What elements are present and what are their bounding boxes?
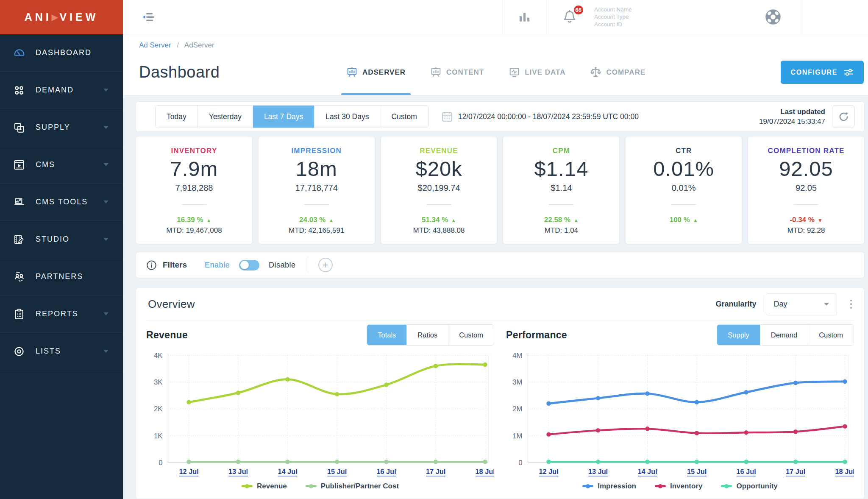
- chevron-down-icon: [103, 126, 108, 129]
- tab-adserver[interactable]: ADSERVER: [346, 50, 406, 95]
- svg-text:1M: 1M: [512, 432, 522, 440]
- sidebar-item-studio[interactable]: STUDIO: [0, 221, 123, 258]
- kpi-subvalue: $1.14: [551, 183, 572, 193]
- analytics-bars-icon[interactable]: [503, 0, 546, 34]
- tab-live-data[interactable]: LIVE DATA: [509, 50, 565, 95]
- kpi-mtd: MTD: 42,165,591: [289, 226, 344, 235]
- legend-revenue[interactable]: Revenue: [242, 482, 287, 491]
- calendar-icon[interactable]: [441, 111, 453, 123]
- filters-enable-label[interactable]: Enable: [205, 261, 230, 270]
- kpi-divider: [671, 204, 696, 205]
- sidebar-item-supply[interactable]: SUPPLY: [0, 109, 123, 146]
- sidebar-item-cms[interactable]: CMS: [0, 146, 123, 184]
- legend-impression[interactable]: Impression: [582, 482, 636, 491]
- kpi-change: 22.58 %▲: [544, 216, 579, 224]
- range-custom[interactable]: Custom: [380, 106, 428, 128]
- sidebar-item-label: STUDIO: [36, 235, 70, 244]
- configure-button[interactable]: CONFIGURE: [781, 61, 864, 84]
- chevron-down-icon: [103, 238, 108, 241]
- tab-compare[interactable]: COMPARE: [590, 50, 645, 95]
- range-yesterday[interactable]: Yesterday: [198, 106, 253, 128]
- sidebar-collapse-icon[interactable]: [142, 11, 156, 23]
- granularity-select[interactable]: Day: [766, 293, 837, 315]
- content: TodayYesterdayLast 7 DaysLast 30 DaysCus…: [123, 95, 868, 499]
- topbar-right: 66 Account Name Account Type Account ID: [502, 0, 868, 34]
- topbar-main: 66 Account Name Account Type Account ID: [123, 0, 868, 34]
- revenue-tab-ratios[interactable]: Ratios: [407, 325, 448, 345]
- add-filter-button[interactable]: +: [318, 258, 333, 272]
- kpi-value: 7.9m: [170, 157, 218, 181]
- kpi-change: 24.03 %▲: [299, 216, 334, 224]
- kpi-divider: [549, 204, 573, 205]
- notifications-bell-icon[interactable]: 66: [547, 0, 593, 34]
- chart-title: Revenue: [146, 329, 188, 341]
- sidebar-item-lists[interactable]: LISTS: [0, 333, 123, 370]
- account-info[interactable]: Account Name Account Type Account ID: [594, 6, 677, 28]
- kpi-mtd: MTD: 43,888.08: [413, 226, 465, 235]
- info-icon[interactable]: [146, 260, 157, 270]
- kpi-value: $1.14: [534, 157, 589, 181]
- kpi-change: 100 %▲: [670, 216, 698, 224]
- svg-text:1K: 1K: [154, 432, 163, 440]
- charts-row: RevenueTotalsRatiosCustom01K2K3K4K12 Jul…: [146, 321, 854, 499]
- breadcrumb: Ad Server / AdServer: [139, 34, 864, 50]
- sidebar-item-dashboard[interactable]: DASHBOARD: [0, 34, 123, 72]
- svg-text:2M: 2M: [512, 405, 522, 413]
- sliders-icon: [844, 68, 854, 76]
- partners-icon: [13, 270, 26, 283]
- svg-text:0: 0: [159, 459, 162, 467]
- legend-marker: [242, 485, 253, 487]
- legend-publisher-partner-cost[interactable]: Publisher/Partner Cost: [306, 482, 399, 491]
- range-last-7-days[interactable]: Last 7 Days: [253, 106, 314, 128]
- chevron-down-icon: [103, 201, 108, 204]
- overview-menu-kebab[interactable]: [848, 298, 854, 311]
- main: Ad Server / AdServer Dashboard ADSERVERC…: [123, 34, 868, 499]
- revenue-tab-custom[interactable]: Custom: [448, 325, 494, 345]
- legend-inventory[interactable]: Inventory: [655, 482, 703, 491]
- kpi-subvalue: 92.05: [796, 183, 817, 193]
- range-last-30-days[interactable]: Last 30 Days: [314, 106, 380, 128]
- revenue-tab-totals[interactable]: Totals: [367, 325, 407, 345]
- account-name: Account Name: [594, 6, 677, 14]
- tab-content[interactable]: CONTENT: [430, 50, 484, 95]
- sidebar-item-partners[interactable]: PARTNERS: [0, 258, 123, 295]
- granularity-label: Granularity: [715, 300, 756, 309]
- range-today[interactable]: Today: [156, 106, 198, 128]
- performance-tab-demand[interactable]: Demand: [760, 325, 808, 345]
- sidebar: DASHBOARDDEMANDSUPPLYCMSCMS TOOLSSTUDIOP…: [0, 34, 123, 499]
- topbar-endpad: [802, 0, 868, 34]
- sidebar-item-reports[interactable]: REPORTS: [0, 295, 123, 333]
- kpi-value: 0.01%: [653, 157, 714, 181]
- kpi-title: COMPLETION RATE: [768, 147, 845, 155]
- kpi-card-revenue: REVENUE$20k$20,199.7451.34 %▲MTD: 43,888…: [381, 136, 498, 244]
- kpi-card-impression: IMPRESSION18m17,718,77424.03 %▲MTD: 42,1…: [258, 136, 375, 244]
- overview-header: Overview Granularity Day: [146, 288, 854, 321]
- lists-icon: [13, 345, 26, 358]
- help-wheel-icon[interactable]: [764, 8, 782, 26]
- filters-disable-label[interactable]: Disable: [269, 261, 296, 270]
- refresh-button[interactable]: [832, 105, 855, 128]
- kpi-subvalue: 0.01%: [672, 183, 696, 193]
- tab-label: CONTENT: [446, 68, 484, 77]
- breadcrumb-link-ad-server[interactable]: Ad Server: [139, 41, 171, 49]
- cms-icon: [13, 159, 26, 171]
- filters-toggle[interactable]: [239, 260, 259, 270]
- kpi-change: 51.34 %▲: [422, 216, 456, 224]
- legend-opportunity[interactable]: Opportunity: [721, 482, 777, 491]
- sidebar-item-demand[interactable]: DEMAND: [0, 72, 123, 109]
- kpi-value: 92.05: [779, 157, 833, 181]
- legend-marker: [721, 485, 732, 487]
- legend-label: Impression: [598, 482, 636, 491]
- kpi-divider: [304, 204, 329, 205]
- sidebar-item-label: DASHBOARD: [36, 48, 92, 57]
- kpi-card-ctr: CTR0.01%0.01%100 %▲: [625, 136, 742, 244]
- date-range-text[interactable]: 12/07/2024 00:00:00 - 18/07/2024 23:59:5…: [458, 112, 639, 121]
- performance-chart-header: PerformanceSupplyDemandCustom: [506, 323, 854, 347]
- revenue-chart-header: RevenueTotalsRatiosCustom: [146, 323, 494, 347]
- sidebar-item-label: DEMAND: [36, 86, 74, 95]
- chevron-down-icon: [824, 303, 829, 306]
- sidebar-item-cms-tools[interactable]: CMS TOOLS: [0, 184, 123, 221]
- kpi-change: -0.34 %▼: [790, 216, 822, 224]
- performance-tab-supply[interactable]: Supply: [717, 325, 760, 345]
- performance-tab-custom[interactable]: Custom: [808, 325, 854, 345]
